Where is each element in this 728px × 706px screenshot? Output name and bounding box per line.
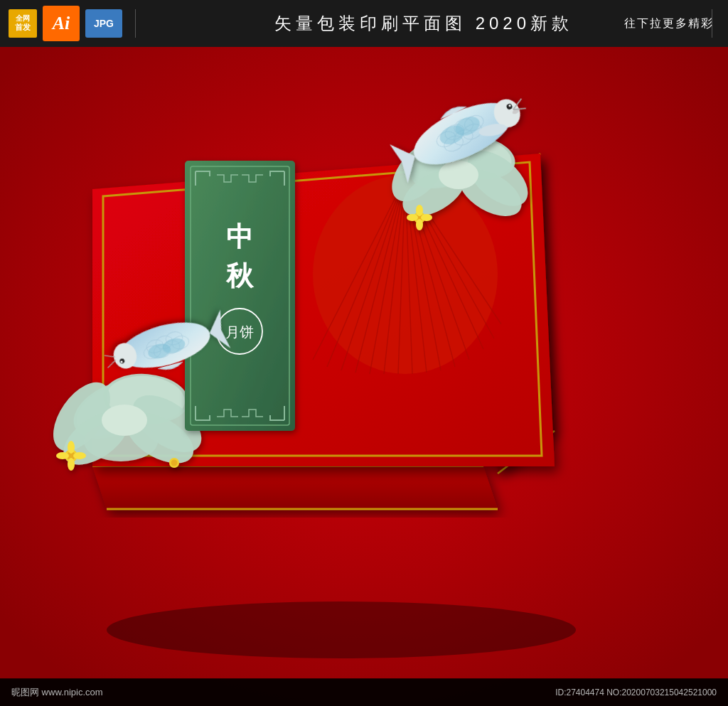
svg-point-55	[56, 452, 69, 459]
svg-point-37	[416, 205, 423, 216]
svg-point-38	[416, 219, 423, 230]
svg-point-50	[102, 405, 147, 436]
scroll-hint: 往下拉更多精彩	[624, 16, 714, 31]
bottom-bar: 昵图网 www.nipic.com ID:27404474 NO:2020070…	[0, 679, 728, 706]
svg-point-58	[171, 460, 178, 466]
svg-point-40	[421, 214, 432, 221]
ai-badge: Ai	[43, 6, 80, 41]
svg-text:中: 中	[226, 222, 253, 252]
svg-text:秋: 秋	[225, 261, 255, 291]
svg-point-34	[439, 161, 478, 189]
svg-point-56	[73, 452, 86, 459]
site-logo: 昵图网 www.nipic.com	[11, 686, 103, 699]
svg-point-39	[407, 214, 418, 221]
jpg-badge: JPG	[85, 9, 122, 38]
box-scene: 中 秋 月饼	[0, 47, 728, 706]
svg-point-1	[107, 601, 576, 658]
svg-marker-5	[92, 466, 498, 509]
svg-point-54	[68, 458, 75, 471]
top-divider	[135, 9, 136, 38]
quanwang-badge: 全网 首发	[9, 9, 37, 38]
page-title: 矢量包装印刷平面图 2020新款	[149, 12, 699, 35]
svg-point-53	[68, 441, 75, 454]
main-area: 中 秋 月饼	[0, 47, 728, 706]
top-bar: 全网 首发 Ai JPG 矢量包装印刷平面图 2020新款 往下拉更多精彩	[0, 0, 728, 47]
svg-text:月饼: 月饼	[225, 324, 254, 340]
file-id: ID:27404474 NO:20200703215042521000	[555, 688, 717, 697]
svg-rect-59	[185, 161, 295, 431]
